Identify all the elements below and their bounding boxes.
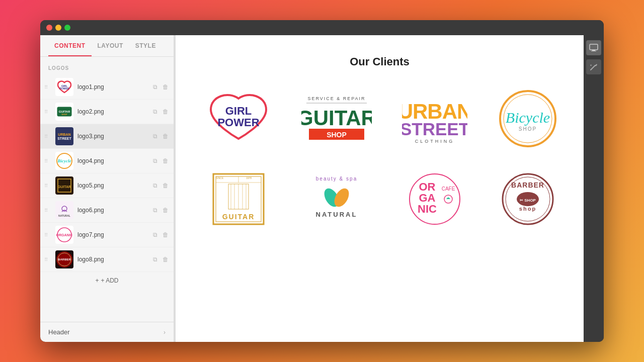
grid-logo-girl-power: GIRL POWER [206,88,271,149]
list-item[interactable]: ⠿ Bicycle logo4.png ⧉ 🗑 [40,149,174,173]
svg-text:SHOP: SHOP [327,131,347,139]
svg-marker-69 [595,64,597,66]
copy-icon[interactable]: ⧉ [152,156,158,165]
grid-logo-bicycle: Bicycle SHOP [498,88,558,149]
delete-icon[interactable]: 🗑 [162,82,170,92]
svg-text:STREET: STREET [57,137,71,140]
svg-text:STREET: STREET [402,119,467,139]
logo-actions: ⧉ 🗑 [152,230,170,239]
logo-thumbnail: Bicycle [55,152,73,170]
svg-text:BARBER: BARBER [511,181,544,189]
svg-text:ORGANIC: ORGANIC [56,233,72,237]
logo-thumbnail: URBAN STREET [55,127,73,145]
drag-handle-icon: ⠿ [44,183,51,189]
svg-text:GUITAR: GUITAR [222,213,255,221]
svg-text:CAFE: CAFE [442,186,455,192]
logos-section-header: LOGOS [40,57,174,75]
logo-filename: logo4.png [77,157,152,164]
grid-logo-organic: OR GA NIC CAFE [402,169,467,229]
grid-logo-natural: beauty & spa NATURAL [301,169,372,229]
list-item[interactable]: ⠿ URBAN STREET logo3.png ⧉ 🗑 [40,124,174,149]
svg-text:Bicycle: Bicycle [57,158,71,163]
svg-text:SHOP: SHOP [519,126,537,132]
tab-style[interactable]: STYLE [129,35,162,56]
copy-icon[interactable]: ⧉ [152,181,158,190]
list-item[interactable]: ⠿ ORGANIC logo7.png ⧉ 🗑 [40,223,174,247]
maximize-button[interactable] [64,25,70,31]
main-area: CONTENT LAYOUT STYLE LOGOS ⠿ GIRL PO [40,35,604,342]
svg-text:✦: ✦ [590,64,592,67]
svg-rect-66 [592,50,595,51]
tab-bar: CONTENT LAYOUT STYLE [40,35,174,57]
svg-text:POWER: POWER [217,116,259,129]
close-button[interactable] [46,25,52,31]
copy-icon[interactable]: ⧉ [152,107,158,116]
svg-text:beauty & spa: beauty & spa [316,176,357,182]
grid-logo-urban-street: URBAN STREET CLOTHING [402,88,467,149]
svg-text:BARBER: BARBER [58,258,71,261]
logo-actions: ⧉ 🗑 [152,132,170,141]
delete-icon[interactable]: 🗑 [162,255,170,264]
minimize-button[interactable] [55,25,61,31]
logo-actions: ⧉ 🗑 [152,107,170,116]
guitar-shop-svg: SERVICE & REPAIR GUITAR SHOP [301,91,372,146]
delete-icon[interactable]: 🗑 [162,132,170,141]
delete-icon[interactable]: 🗑 [162,181,170,190]
delete-icon[interactable]: 🗑 [162,107,170,116]
svg-rect-67 [591,51,596,51]
wand-icon: ✦ [589,62,598,71]
logo-filename: logo5.png [77,182,152,189]
drag-handle-icon: ⠿ [44,208,51,213]
logos-label: LOGOS [48,65,69,71]
list-item[interactable]: ⠿ GUITAR SHOP logo2.png ⧉ 🗑 [40,100,174,124]
logo-thumbnail: GUITAR [55,176,73,195]
natural-svg: beauty & spa NATURAL [304,171,369,227]
logo-filename: logo2.png [77,108,152,115]
svg-text:✂ SHOP: ✂ SHOP [520,198,536,203]
grid-logo-guitar-vintage: SINCE 1978 GUITAR [206,169,271,229]
svg-text:GUITAR: GUITAR [301,106,372,130]
svg-text:SINCE: SINCE [216,176,224,179]
svg-text:NATURAL: NATURAL [316,211,358,218]
logo-filename: logo3.png [77,133,152,140]
drag-handle-icon: ⠿ [44,158,51,164]
svg-text:POWER: POWER [60,87,69,90]
tab-layout[interactable]: LAYOUT [92,35,129,56]
copy-icon[interactable]: ⧉ [152,230,158,239]
copy-icon[interactable]: ⧉ [152,206,158,215]
logo-list: ⠿ GIRL POWER logo1.png ⧉ 🗑 [40,75,174,322]
list-item[interactable]: ⠿ NATURAL logo6.png ⧉ 🗑 [40,198,174,223]
drag-handle-icon: ⠿ [44,134,51,139]
svg-text:shop: shop [519,206,536,212]
logo-thumbnail: NATURAL [55,201,73,219]
copy-icon[interactable]: ⧉ [152,132,158,141]
magic-wand-icon[interactable]: ✦ [586,59,601,74]
tab-content[interactable]: CONTENT [48,35,92,56]
section-title: Our Clients [350,55,410,68]
list-item[interactable]: ⠿ GUITAR logo5.png ⧉ 🗑 [40,173,174,198]
list-item[interactable]: ⠿ GIRL POWER logo1.png ⧉ 🗑 [40,75,174,100]
girl-power-svg: GIRL POWER [206,88,271,149]
logo-actions: ⧉ 🗑 [152,181,170,190]
copy-icon[interactable]: ⧉ [152,82,158,92]
delete-icon[interactable]: 🗑 [162,156,170,165]
logo-actions: ⧉ 🗑 [152,156,170,165]
logo-thumbnail: ORGANIC [55,226,73,244]
svg-text:1978: 1978 [246,176,252,179]
add-logo-button[interactable]: + + ADD [40,272,174,289]
drag-handle-icon: ⠿ [44,232,51,238]
right-panel: ✦ [584,35,604,342]
svg-text:URBAN: URBAN [58,133,70,136]
barber-svg: BARBER ✂ SHOP shop [500,171,555,227]
delete-icon[interactable]: 🗑 [162,230,170,239]
list-item[interactable]: ⠿ BARBER logo8.png ⧉ 🗑 [40,247,174,272]
svg-text:GUITAR: GUITAR [58,185,71,189]
drag-handle-icon: ⠿ [44,84,51,90]
svg-text:CLOTHING: CLOTHING [415,139,455,144]
svg-text:SERVICE & REPAIR: SERVICE & REPAIR [307,96,365,101]
desktop-icon[interactable] [586,40,601,55]
logo-actions: ⧉ 🗑 [152,82,170,92]
sidebar-footer[interactable]: Header › [40,322,174,342]
copy-icon[interactable]: ⧉ [152,255,158,264]
delete-icon[interactable]: 🗑 [162,206,170,215]
